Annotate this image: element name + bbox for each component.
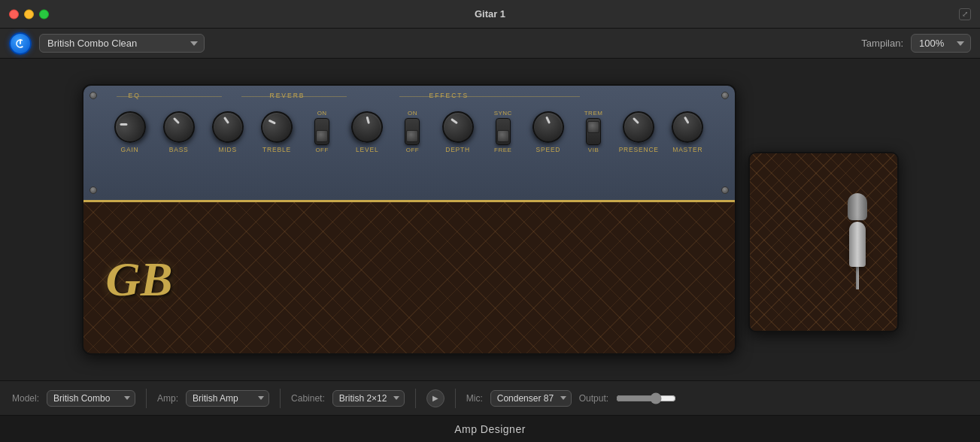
amp-control-panel: EQ REVERB EFFECTS GAIN (83, 86, 735, 202)
mic-stand (856, 267, 859, 289)
window-title: Gitar 1 (475, 8, 505, 20)
main-area: EQ REVERB EFFECTS GAIN (0, 59, 980, 380)
expand-icon: ⤢ (962, 10, 968, 18)
depth-knob-group: DEPTH (437, 111, 479, 153)
depth-toggle-group: ON OFF (395, 110, 429, 153)
cabinet-grille (750, 153, 897, 331)
screw-bl (90, 186, 97, 194)
trem-toggle-group: TREM VIB (576, 110, 611, 153)
output-label: Output: (579, 393, 608, 404)
reverb-toggle-group: ON OFF (305, 110, 339, 153)
eq-line-right (241, 96, 347, 97)
reverb-toggle[interactable] (314, 118, 329, 145)
depth-knob[interactable] (439, 109, 476, 146)
sync-toggle[interactable] (496, 118, 511, 145)
microphone (848, 195, 867, 289)
speed-knob[interactable] (528, 107, 569, 147)
amp-unit: EQ REVERB EFFECTS GAIN (82, 84, 736, 355)
cabinet-select[interactable]: British 2×12 British 4×12 (332, 390, 405, 407)
cabinet-label: Cabinet: (291, 393, 325, 404)
reverb-section-label: REVERB (270, 92, 305, 99)
divider-4 (455, 389, 456, 408)
master-knob[interactable] (669, 107, 707, 146)
mic-body (849, 222, 866, 267)
trem-toggle[interactable] (586, 118, 601, 145)
expand-button[interactable]: ⤢ (959, 8, 971, 20)
reverb-on-label: ON (317, 110, 327, 117)
bass-knob[interactable] (163, 111, 195, 143)
speed-label: SPEED (536, 146, 560, 153)
presence-knob-group: PRESENCE (617, 111, 660, 153)
level-knob[interactable] (346, 105, 389, 148)
sync-toggle-group: SYNC FREE (486, 110, 520, 153)
level-label: LEVEL (356, 146, 378, 153)
speed-knob-group: SPEED (527, 111, 569, 153)
amp-select[interactable]: British Amp American Amp (186, 390, 269, 407)
bass-label: BASS (169, 146, 189, 153)
mids-knob-group: MIDS (207, 111, 249, 153)
eq-line-left (117, 96, 222, 97)
app-name: Amp Designer (454, 423, 526, 435)
depth-on-label: ON (408, 110, 417, 117)
divider-1 (146, 389, 147, 408)
mic-label: Mic: (466, 393, 483, 404)
effects-line (399, 96, 580, 97)
cabinet-unit (748, 152, 899, 332)
trem-label: TREM (584, 110, 603, 117)
effects-section-label: EFFECTS (429, 92, 469, 99)
toolbar: British Combo Clean Tampilan: 100% 50% 7… (0, 29, 980, 59)
vib-label: VIB (588, 147, 599, 153)
treble-label: TREBLE (262, 146, 291, 153)
gain-knob[interactable] (108, 104, 152, 149)
app-label-bar: Amp Designer (0, 415, 980, 442)
cabinet-texture (750, 153, 897, 331)
mids-knob[interactable] (209, 109, 246, 146)
fullscreen-button[interactable] (39, 9, 49, 19)
model-select[interactable]: British Combo American Clean (47, 390, 135, 407)
amp-grille: GB (83, 202, 735, 355)
grille-texture (83, 202, 735, 355)
master-knob-group: MASTER (666, 111, 708, 153)
screw-tr (721, 92, 729, 99)
presence-label: PRESENCE (619, 146, 659, 153)
amp-label: Amp: (157, 393, 178, 404)
presence-knob[interactable] (623, 111, 654, 143)
mids-label: MIDS (219, 146, 237, 153)
mic-head (848, 193, 867, 220)
title-bar: Gitar 1 ⤢ (0, 0, 980, 29)
master-label: MASTER (672, 146, 702, 153)
zoom-select[interactable]: 100% 50% 75% 125% 150% (911, 34, 971, 53)
treble-knob[interactable] (256, 107, 297, 147)
bottom-bar: Model: British Combo American Clean Amp:… (0, 380, 980, 415)
eq-section-label: EQ (129, 92, 141, 99)
depth-label: DEPTH (445, 146, 470, 153)
mic-select[interactable]: Condenser 87 Dynamic 57 Ribbon (490, 390, 572, 407)
power-button[interactable] (9, 32, 32, 55)
preset-select[interactable]: British Combo Clean (39, 34, 205, 53)
divider-3 (415, 389, 416, 408)
divider-2 (280, 389, 281, 408)
reverb-off-label: OFF (315, 147, 329, 153)
gain-label: GAIN (121, 146, 139, 153)
output-slider[interactable] (616, 392, 676, 404)
zoom-label: Tampilan: (861, 38, 903, 49)
model-label: Model: (12, 393, 39, 404)
controls-row: GAIN BASS MIDS TREBLE (94, 110, 724, 153)
sync-label: SYNC (494, 110, 512, 117)
bass-knob-group: BASS (158, 111, 200, 153)
play-button[interactable]: ▶ (426, 389, 444, 407)
treble-knob-group: TREBLE (256, 111, 298, 153)
screw-br (721, 186, 729, 194)
depth-toggle[interactable] (405, 118, 420, 145)
screw-tl (90, 92, 97, 99)
minimize-button[interactable] (24, 9, 34, 19)
free-label: FREE (494, 147, 511, 153)
level-knob-group: LEVEL (346, 111, 388, 153)
depth-off-label: OFF (406, 147, 420, 153)
close-button[interactable] (9, 9, 19, 19)
gain-knob-group: GAIN (109, 111, 151, 153)
traffic-lights (9, 9, 49, 19)
amp-logo: GB (106, 252, 173, 307)
